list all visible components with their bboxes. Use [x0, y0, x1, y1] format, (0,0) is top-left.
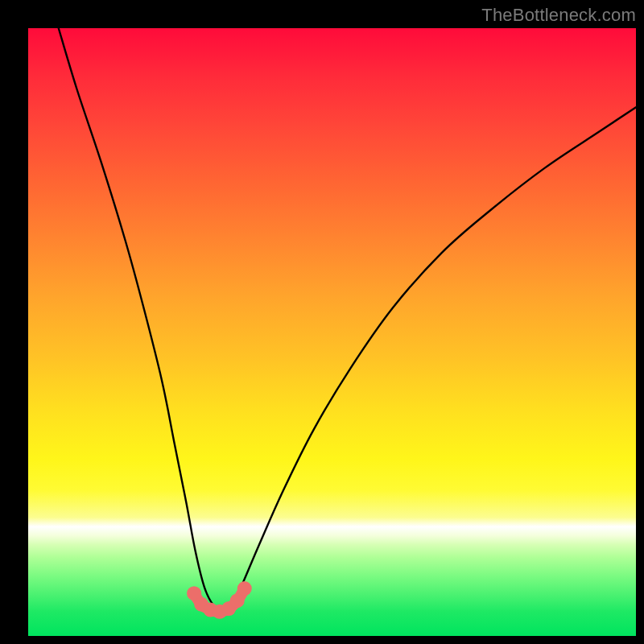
marker-dot [237, 581, 252, 596]
bottom-marker-dots [187, 581, 252, 619]
chart-frame: TheBottleneck.com [0, 0, 644, 644]
bottleneck-curve-svg [28, 28, 636, 636]
watermark-text: TheBottleneck.com [481, 5, 636, 26]
marker-dot [230, 593, 245, 608]
plot-area [28, 28, 636, 636]
bottleneck-curve [59, 28, 636, 612]
